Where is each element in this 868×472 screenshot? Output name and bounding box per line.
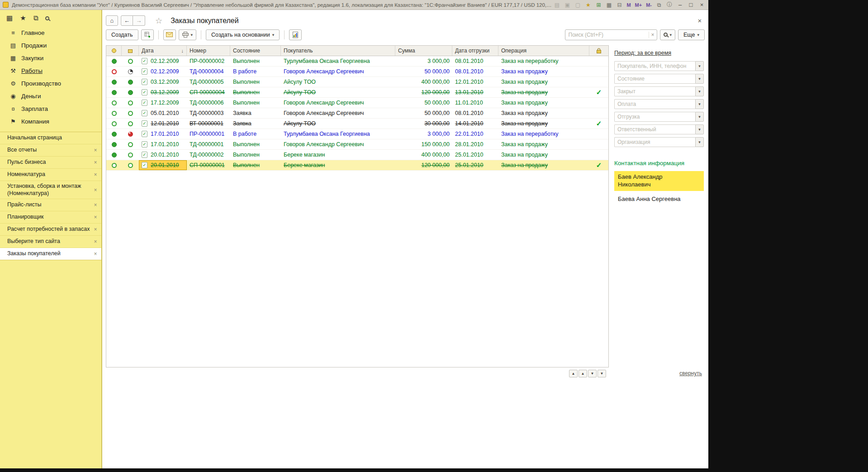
filter-dropdown-button[interactable]: ▾ [695,99,704,109]
close-page-icon[interactable]: × [92,238,99,245]
previous-page-button[interactable]: ▲ [579,370,587,377]
recent-icon[interactable]: ⧉ [33,14,38,22]
column-header-sum[interactable]: Сумма [395,46,452,56]
search-button[interactable]: ▾ [660,29,676,40]
calendar-icon[interactable]: ▦ [605,2,612,8]
create-based-button[interactable]: Создать на основании ▾ [206,29,280,40]
filter-dropdown-button[interactable]: ▾ [695,137,704,147]
calculator-icon[interactable]: ⊟ [616,2,623,8]
first-page-button[interactable]: ▲ [569,370,578,377]
sidebar-page-item[interactable]: Пульс бизнеса× [0,157,101,169]
search-icon[interactable] [45,16,49,20]
order-row[interactable]: ✓05.01.2010ТД-00000003ЗаявкаГоворов Алек… [106,108,608,119]
order-row[interactable]: ✓03.12.2009СП-00000004ВыполненАйсулу ТОО… [106,87,608,98]
close-page-icon[interactable]: × [92,172,99,178]
sidebar-page-item[interactable]: Расчет потребностей в запасах× [0,224,101,236]
filter-input[interactable] [614,86,695,96]
period-filter-link[interactable]: Период: за все время [614,50,704,56]
filter-input[interactable] [614,112,695,122]
filter-input[interactable] [614,61,695,71]
order-row[interactable]: ✓20.01.2010ТД-00000002ВыполненБереке маг… [106,150,608,160]
report-button[interactable] [289,29,302,40]
favorite-toggle-icon[interactable]: ☆ [155,16,162,26]
sidebar-section-works[interactable]: ⚒Работы [0,64,101,77]
forward-button[interactable]: → [133,15,145,26]
clear-search-icon[interactable]: × [649,32,657,38]
column-header-customer[interactable]: Покупатель [281,46,395,56]
filter-input[interactable] [614,137,695,147]
sidebar-page-item[interactable]: Установка, сборка и монтаж (Номенклатура… [0,181,101,199]
column-header-operation[interactable]: Операция [498,46,589,56]
order-row[interactable]: ✓20.01.2010СП-00000001ВыполненБереке маг… [106,160,608,171]
close-page-icon[interactable]: × [92,159,99,166]
close-page-icon[interactable]: × [92,187,99,193]
maximize-button[interactable]: □ [687,1,695,8]
filter-dropdown-button[interactable]: ▾ [695,86,704,96]
close-page-icon[interactable]: × [92,251,99,257]
order-row[interactable]: ✓17.01.2010ПР-00000001В работеТурлумбаев… [106,129,608,139]
next-page-button[interactable]: ▼ [588,370,597,377]
contact-item[interactable]: Баева Анна Сергеевна [614,193,704,205]
sidebar-section-sales[interactable]: ▤Продажи [0,39,101,52]
order-row[interactable]: ✓17.12.2009ТД-00000006ВыполненГоворов Ал… [106,98,608,108]
sidebar-section-salary[interactable]: ¤Зарплата [0,102,101,115]
more-button[interactable]: Еще ▾ [678,29,705,40]
preview-icon[interactable]: ▢ [574,2,581,8]
sidebar-page-item[interactable]: Планировщик× [0,211,101,224]
filter-dropdown-button[interactable]: ▾ [695,112,704,122]
filter-input[interactable] [614,74,695,84]
sidebar-section-money[interactable]: ◉Деньги [0,90,101,102]
close-form-button[interactable]: × [695,17,705,24]
filter-input[interactable] [614,99,695,109]
order-row[interactable]: ✓02.12.2009ТД-00000004В работеГоворов Ал… [106,67,608,77]
sidebar-section-purchases[interactable]: ▦Закупки [0,52,101,64]
order-row[interactable]: ✓17.01.2010ТД-00000001ВыполненГоворов Ал… [106,139,608,150]
filter-dropdown-button[interactable]: ▾ [695,61,704,71]
home-button[interactable]: ⌂ [106,15,118,26]
sidebar-page-item[interactable]: Заказы покупателей× [0,248,101,260]
order-row[interactable]: ✓02.12.2009ПР-00000002ВыполненТурлумбаев… [106,56,608,67]
close-page-icon[interactable]: × [92,214,99,220]
windows-list-icon[interactable]: ⧉ [655,2,663,8]
favorites-icon[interactable]: ★ [20,14,26,22]
sidebar-page-item[interactable]: Все отчеты× [0,144,101,157]
sidebar-page-item[interactable]: Прайс-листы× [0,199,101,211]
close-window-button[interactable]: × [698,1,706,8]
sidebar-page-item[interactable]: Начальная страница [0,132,101,144]
column-header-ship-date[interactable]: Дата отгрузки [452,46,498,56]
filter-dropdown-button[interactable]: ▾ [695,124,704,134]
collapse-link[interactable]: свернуть [679,370,702,377]
column-header-state[interactable]: Состояние [230,46,281,56]
sidebar-page-item[interactable]: Выберите тип сайта× [0,236,101,248]
column-header-closed[interactable] [589,46,608,56]
scale-m-plus-button[interactable]: M+ [635,2,643,8]
sidebar-section-main[interactable]: ≡Главное [0,26,101,39]
order-row[interactable]: ✓12.01.2010ВТ-00000001ЗаявкаАйсулу ТОО30… [106,119,608,129]
contact-item[interactable]: Баев Александр Николаевич [614,171,704,191]
filter-input[interactable] [614,124,695,134]
create-group-button[interactable] [141,29,154,40]
close-page-icon[interactable]: × [92,202,99,208]
create-button[interactable]: Создать [106,29,138,40]
sidebar-section-company[interactable]: ⚑Компания [0,115,101,128]
mail-button[interactable] [163,29,176,40]
save-icon[interactable]: ▤ [553,2,560,8]
sidebar-page-item[interactable]: Номенклатура× [0,169,101,181]
column-header-date[interactable]: Дата↓ [139,46,187,56]
close-page-icon[interactable]: × [92,147,99,153]
print-button[interactable]: ▾ [179,29,197,40]
back-button[interactable]: ← [121,15,133,26]
info-icon[interactable]: ⓘ [666,1,673,9]
minimize-button[interactable]: – [676,1,684,8]
favorites-star-icon[interactable]: ★ [584,2,592,8]
main-menu-icon[interactable]: ▦ [6,14,13,22]
shipment-status-column-header[interactable] [122,46,139,56]
scale-m-button[interactable]: M [626,2,631,8]
close-page-icon[interactable]: × [92,226,99,233]
spreadsheet-icon[interactable]: ⊞ [595,2,602,8]
filter-dropdown-button[interactable]: ▾ [695,74,704,84]
column-header-number[interactable]: Номер [187,46,230,56]
order-row[interactable]: ✓03.12.2009ТД-00000005ВыполненАйсулу ТОО… [106,77,608,87]
payment-status-column-header[interactable] [106,46,122,56]
search-input[interactable] [565,32,649,38]
